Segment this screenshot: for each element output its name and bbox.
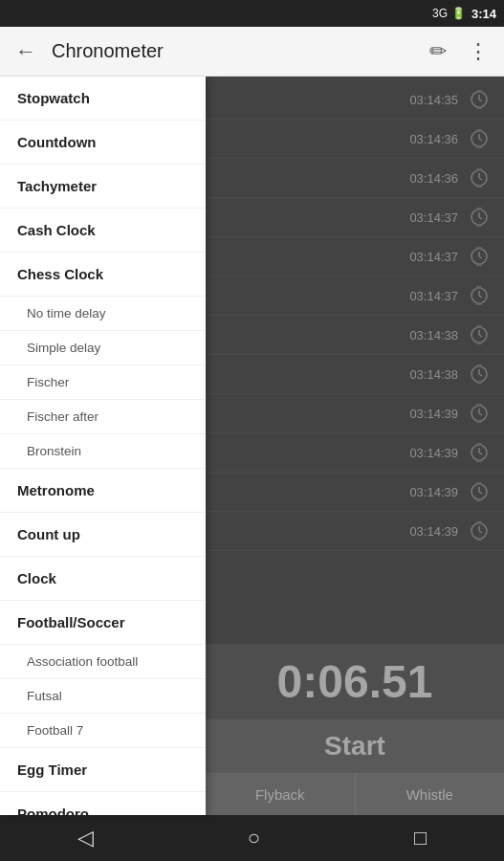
nav-back-button[interactable]: ◁: [58, 818, 113, 858]
sidebar-item-16[interactable]: Football 7: [0, 714, 206, 748]
sidebar: StopwatchCountdownTachymeterCash ClockCh…: [0, 77, 206, 815]
back-button[interactable]: ←: [10, 33, 42, 70]
app-bar-title: Chronometer: [52, 40, 414, 62]
main-container: StopwatchCountdownTachymeterCash ClockCh…: [0, 77, 504, 815]
sidebar-item-11[interactable]: Count up: [0, 513, 206, 557]
sidebar-item-0[interactable]: Stopwatch: [0, 77, 206, 121]
sidebar-item-5[interactable]: No time delay: [0, 297, 206, 331]
sidebar-item-2[interactable]: Tachymeter: [0, 165, 206, 209]
sidebar-item-15[interactable]: Futsal: [0, 679, 206, 714]
sidebar-item-13[interactable]: Football/Soccer: [0, 601, 206, 645]
sidebar-item-7[interactable]: Fischer: [0, 365, 206, 400]
status-time: 3:14: [471, 7, 496, 21]
status-icons: 3G 🔋: [432, 7, 466, 20]
nav-home-button[interactable]: ○: [229, 818, 279, 858]
app-bar: ← Chronometer ✏ ⋮: [0, 27, 504, 77]
edit-button[interactable]: ✏: [424, 33, 452, 70]
sidebar-item-3[interactable]: Cash Clock: [0, 209, 206, 253]
sidebar-item-1[interactable]: Countdown: [0, 121, 206, 165]
sidebar-item-12[interactable]: Clock: [0, 557, 206, 601]
sidebar-item-18[interactable]: Pomodoro: [0, 792, 206, 815]
battery-icon: 🔋: [451, 7, 466, 20]
sidebar-item-14[interactable]: Association football: [0, 645, 206, 679]
sidebar-item-17[interactable]: Egg Timer: [0, 748, 206, 792]
sidebar-overlay[interactable]: [206, 77, 504, 815]
status-bar: 3G 🔋 3:14: [0, 0, 504, 27]
sidebar-item-4[interactable]: Chess Clock: [0, 253, 206, 297]
network-indicator: 3G: [432, 7, 448, 20]
sidebar-item-8[interactable]: Fischer after: [0, 400, 206, 434]
sidebar-item-10[interactable]: Metronome: [0, 469, 206, 513]
sidebar-item-9[interactable]: Bronstein: [0, 434, 206, 469]
nav-bar: ◁ ○ □: [0, 815, 504, 861]
nav-recent-button[interactable]: □: [395, 818, 446, 858]
sidebar-item-6[interactable]: Simple delay: [0, 331, 206, 365]
more-options-button[interactable]: ⋮: [462, 33, 494, 70]
